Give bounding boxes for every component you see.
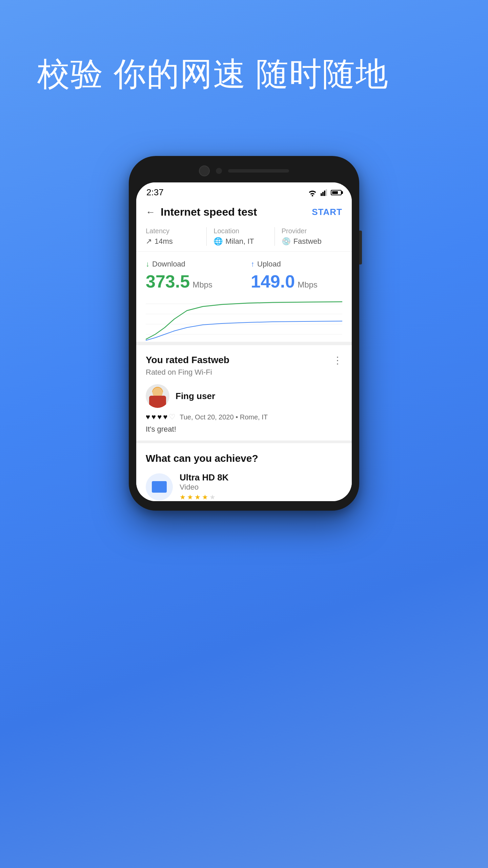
svg-rect-4	[326, 189, 327, 196]
star-4: ★	[202, 493, 208, 501]
hearts-rating: ♥ ♥ ♥ ♥ ♡	[146, 413, 176, 421]
latency-icon: ↗	[146, 237, 152, 246]
download-value: 373.5 Mbps	[146, 271, 237, 292]
speed-row: ↓ Download 373.5 Mbps ↑ Upload	[146, 260, 342, 292]
phone-screen: 2:37	[136, 182, 352, 501]
achieve-name: Ultra HD 8K	[180, 472, 228, 483]
download-number: 373.5	[146, 271, 190, 292]
status-time: 2:37	[146, 187, 164, 198]
heart-3: ♥	[157, 413, 162, 421]
stat-location: Location 🌐 Milan, IT	[206, 227, 274, 246]
wifi-icon	[308, 189, 317, 196]
phone-top-bar	[136, 165, 352, 176]
stat-provider: Provider 💿 Fastweb	[274, 227, 342, 246]
page-title: Internet speed test	[161, 206, 312, 218]
heart-1: ♥	[146, 413, 150, 421]
app-header: ← Internet speed test START	[136, 200, 352, 224]
stat-latency-label: Latency	[146, 227, 201, 235]
hero-text: 校验 你的网速 随时随地	[37, 54, 451, 93]
phone-camera-icon	[199, 165, 210, 176]
star-5: ★	[209, 493, 216, 501]
upload-number: 149.0	[251, 271, 295, 292]
speed-section: ↓ Download 373.5 Mbps ↑ Upload	[136, 252, 352, 341]
stat-location-label: Location	[214, 227, 269, 235]
heart-2: ♥	[151, 413, 156, 421]
rating-subtitle: Rated on Fing Wi-Fi	[146, 368, 342, 377]
stat-location-value: 🌐 Milan, IT	[214, 237, 269, 246]
divider-2	[136, 440, 352, 443]
avatar	[146, 384, 169, 408]
status-bar: 2:37	[136, 182, 352, 200]
svg-rect-3	[324, 191, 325, 196]
phone-sensor-icon	[216, 168, 222, 174]
rating-header: You rated Fastweb ⋮	[146, 355, 342, 366]
stars-rating: ★ ★ ★ ★ ★	[180, 493, 228, 501]
chart-svg	[146, 297, 342, 341]
start-button[interactable]: START	[312, 207, 342, 217]
heart-4: ♥	[163, 413, 167, 421]
achieve-icon-circle	[146, 473, 173, 500]
download-unit: Mbps	[192, 280, 212, 290]
review-meta: ♥ ♥ ♥ ♥ ♡ Tue, Oct 20, 2020 • Rome, IT	[146, 413, 342, 421]
svg-rect-2	[322, 192, 324, 196]
back-button[interactable]: ←	[146, 207, 155, 218]
divider-1	[136, 342, 352, 345]
phone-speaker-icon	[228, 169, 289, 173]
status-icons	[308, 189, 342, 196]
upload-label: ↑ Upload	[251, 260, 342, 269]
achieve-info: Ultra HD 8K Video ★ ★ ★ ★ ★	[180, 472, 228, 501]
battery-icon	[331, 190, 342, 195]
phone-outer: 2:37	[129, 156, 359, 511]
review-date: Tue, Oct 20, 2020 • Rome, IT	[180, 413, 268, 421]
rating-title: You rated Fastweb	[146, 355, 229, 366]
svg-rect-1	[321, 193, 322, 196]
star-1: ★	[180, 493, 186, 501]
upload-value: 149.0 Mbps	[251, 271, 342, 292]
achieve-section: What can you achieve? Ultra HD 8K Video …	[136, 443, 352, 501]
avatar-body	[149, 396, 166, 408]
speed-chart	[146, 297, 342, 341]
location-icon: 🌐	[214, 237, 223, 246]
download-arrow-icon: ↓	[146, 260, 149, 269]
download-label: ↓ Download	[146, 260, 237, 269]
rating-section: You rated Fastweb ⋮ Rated on Fing Wi-Fi …	[136, 345, 352, 440]
phone-side-button	[359, 231, 362, 264]
upload-unit: Mbps	[298, 280, 318, 290]
signal-icon	[321, 189, 327, 196]
provider-icon: 💿	[282, 237, 291, 246]
stats-row: Latency ↗ 14ms Location 🌐 Milan, IT Prov…	[136, 224, 352, 252]
achieve-title: What can you achieve?	[146, 453, 342, 464]
achieve-type: Video	[180, 483, 228, 492]
stat-provider-label: Provider	[282, 227, 337, 235]
user-name: Fing user	[176, 391, 215, 401]
download-speed: ↓ Download 373.5 Mbps	[146, 260, 237, 292]
upload-speed: ↑ Upload 149.0 Mbps	[251, 260, 342, 292]
phone-wrapper: 2:37	[129, 156, 359, 511]
stat-provider-value: 💿 Fastweb	[282, 237, 337, 246]
review-text: It's great!	[146, 425, 342, 434]
achieve-item: Ultra HD 8K Video ★ ★ ★ ★ ★	[146, 472, 342, 501]
svg-point-0	[312, 195, 313, 196]
user-row: Fing user	[146, 384, 342, 408]
upload-arrow-icon: ↑	[251, 260, 255, 269]
video-icon	[152, 481, 167, 493]
stat-latency-value: ↗ 14ms	[146, 237, 201, 246]
more-options-icon[interactable]: ⋮	[333, 355, 342, 366]
star-3: ★	[195, 493, 201, 501]
star-2: ★	[187, 493, 193, 501]
heart-5: ♡	[169, 413, 176, 421]
stat-latency: Latency ↗ 14ms	[146, 227, 206, 246]
